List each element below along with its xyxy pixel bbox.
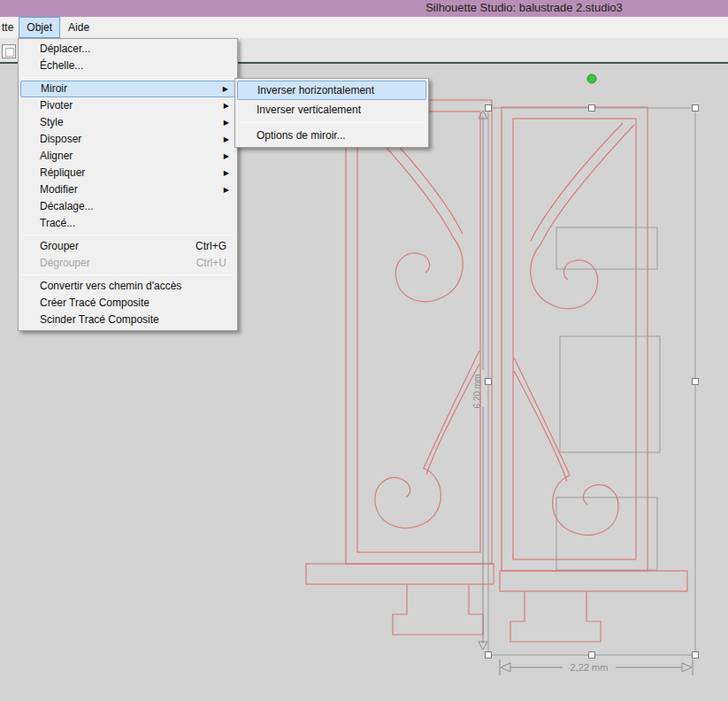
objet-menu: Déplacer... Échelle... Miroir ▶ Pivoter … — [18, 38, 238, 331]
menu-separator — [238, 122, 425, 123]
menu-separator — [21, 274, 234, 275]
submenu-arrow-icon: ▶ — [224, 114, 229, 131]
baluster-panel-right[interactable] — [500, 107, 687, 642]
submenu-arrow-icon: ▶ — [223, 81, 228, 96]
submenu-arrow-icon: ▶ — [224, 131, 229, 148]
menu-item-deplacer[interactable]: Déplacer... — [20, 41, 235, 58]
menu-item-miroir[interactable]: Miroir ▶ — [20, 81, 235, 97]
selection-handles — [486, 105, 699, 659]
horizontal-dimension-label: 2,22 mm — [571, 662, 609, 673]
selection-handle[interactable] — [486, 379, 492, 385]
submenu-arrow-icon: ▶ — [224, 97, 229, 114]
menu-shortcut: Ctrl+G — [195, 238, 226, 255]
menu-item-disposer[interactable]: Disposer ▶ — [20, 131, 235, 148]
menu-item-degrouper: Dégrouper Ctrl+U — [20, 255, 235, 272]
menu-separator — [21, 77, 234, 78]
selection-handle[interactable] — [589, 105, 595, 112]
selection-handle[interactable] — [589, 652, 595, 659]
menu-item-aligner[interactable]: Aligner ▶ — [20, 148, 235, 165]
submenu-arrow-icon: ▶ — [224, 181, 229, 198]
selection-handle[interactable] — [693, 105, 699, 112]
menu-item-repliquer[interactable]: Répliquer ▶ — [20, 165, 235, 181]
menu-item-inverser-horizontalement[interactable]: Inverser horizontalement — [237, 81, 426, 100]
menu-item-pivoter[interactable]: Pivoter ▶ — [20, 97, 235, 114]
menu-shortcut: Ctrl+U — [196, 255, 226, 272]
menu-item-inverser-verticalement[interactable]: Inverser verticalement — [237, 100, 426, 119]
menu-item-trace[interactable]: Tracé... — [20, 215, 235, 232]
menu-item-modifier[interactable]: Modifier ▶ — [20, 181, 235, 198]
selection-handle[interactable] — [693, 379, 699, 385]
rotation-handle[interactable] — [587, 74, 596, 83]
miroir-submenu: Inverser horizontalement Inverser vertic… — [234, 78, 429, 148]
menu-item-echelle[interactable]: Échelle... — [20, 58, 235, 74]
menu-separator — [21, 235, 234, 235]
menu-item-options-de-miroir[interactable]: Options de miroir... — [237, 126, 426, 145]
menu-item-creer-trace-composite[interactable]: Créer Tracé Composite — [20, 295, 235, 312]
menu-item-convertir-chemin[interactable]: Convertir vers chemin d'accès — [20, 278, 235, 295]
selection-handle[interactable] — [486, 105, 492, 112]
menu-item-style[interactable]: Style ▶ — [20, 114, 235, 131]
vertical-dimension-label: 6,20 mm — [472, 374, 482, 409]
baluster-panel-left[interactable] — [306, 100, 494, 635]
menu-item-scinder-trace-composite[interactable]: Scinder Tracé Composite — [20, 312, 235, 328]
dimension-annotations — [479, 111, 693, 675]
selection-handle[interactable] — [486, 652, 492, 659]
selection-handle[interactable] — [693, 652, 699, 659]
submenu-arrow-icon: ▶ — [224, 165, 229, 181]
menu-item-grouper[interactable]: Grouper Ctrl+G — [20, 238, 235, 255]
menu-item-decalage[interactable]: Décalage... — [20, 198, 235, 215]
balustrade-cut-lines[interactable] — [306, 100, 687, 642]
submenu-arrow-icon: ▶ — [224, 148, 229, 165]
